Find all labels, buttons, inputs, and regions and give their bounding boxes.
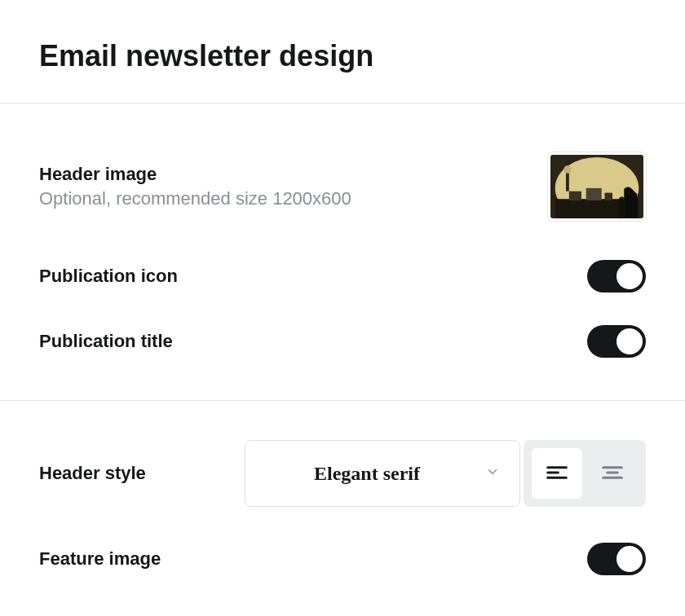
align-center-button[interactable] (587, 448, 638, 499)
svg-rect-5 (605, 193, 613, 201)
header-image-row: Header image Optional, recommended size … (39, 130, 646, 244)
svg-point-7 (563, 165, 572, 174)
align-center-icon (600, 460, 625, 487)
header-style-label: Header style (39, 463, 146, 484)
header-style-controls: Elegant serif (245, 440, 646, 507)
publication-icon-row: Publication icon (39, 244, 646, 309)
header-style-row: Header style Elegant serif (39, 401, 646, 526)
align-left-button[interactable] (532, 448, 582, 499)
svg-rect-4 (586, 188, 602, 200)
body-settings-section: Header style Elegant serif (0, 401, 685, 592)
publication-icon-toggle[interactable] (587, 260, 646, 293)
publication-title-toggle[interactable] (587, 325, 646, 358)
header-style-select[interactable]: Elegant serif (245, 440, 520, 507)
header-image-label: Header image (39, 164, 351, 185)
header-settings-section: Header image Optional, recommended size … (0, 103, 685, 400)
header-image-thumbnail[interactable] (548, 152, 646, 221)
svg-rect-3 (569, 191, 581, 200)
page-title: Email newsletter design (0, 0, 685, 103)
chevron-down-icon (485, 464, 500, 482)
header-image-label-group: Header image Optional, recommended size … (39, 164, 351, 209)
feature-image-row: Feature image (39, 526, 646, 592)
feature-image-toggle[interactable] (587, 543, 646, 575)
header-style-selected-value: Elegant serif (265, 463, 469, 485)
publication-icon-label: Publication icon (39, 266, 178, 287)
svg-rect-6 (566, 171, 569, 191)
alignment-button-group (524, 440, 646, 507)
publication-title-row: Publication title (39, 309, 646, 374)
align-left-icon (545, 460, 569, 487)
feature-image-label: Feature image (39, 548, 161, 570)
header-image-description: Optional, recommended size 1200x600 (39, 188, 351, 209)
publication-title-label: Publication title (39, 331, 173, 352)
